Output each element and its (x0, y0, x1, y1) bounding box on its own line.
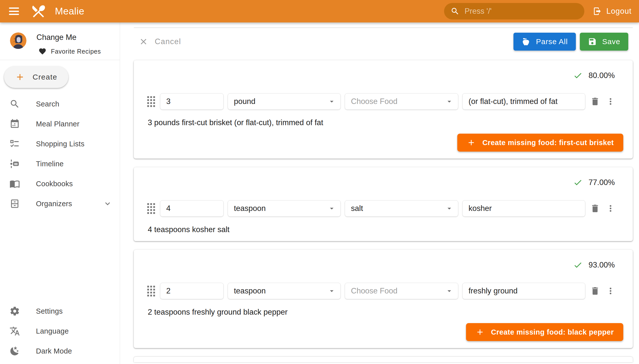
note-input[interactable]: freshly ground (462, 283, 585, 299)
sidebar-item-label: Cookbooks (36, 180, 73, 188)
note-input[interactable]: (or flat-cut), trimmed of fat (462, 93, 585, 110)
sidebar-item-label: Search (36, 100, 59, 108)
create-missing-food-row: Create missing food: first-cut brisket (134, 134, 623, 152)
ingredient-fields-row: 4 teaspoon salt kosher (134, 200, 633, 217)
chevron-down-icon (103, 199, 112, 208)
sidebar-item-label: Meal Planner (36, 120, 79, 128)
editor-toolbar: Cancel Parse All Save (134, 32, 633, 51)
ingredient-fields-row: 3 pound Choose Food (or flat-cut), trimm… (134, 93, 633, 110)
food-select[interactable]: Choose Food (345, 283, 458, 299)
trash-icon (590, 286, 600, 296)
check-icon (573, 260, 583, 270)
quantity-input[interactable]: 4 (160, 200, 224, 217)
gear-icon (10, 306, 20, 316)
sidebar-item-shopping-lists[interactable]: Shopping Lists (0, 134, 120, 154)
drag-handle[interactable] (147, 286, 155, 296)
create-missing-food-button[interactable]: Create missing food: first-cut brisket (457, 134, 623, 152)
translate-icon (10, 326, 20, 336)
sidebar-item-label: Timeline (36, 160, 64, 168)
avatar (10, 32, 27, 49)
parse-all-button[interactable]: Parse All (513, 33, 576, 50)
moon-icon (10, 346, 20, 356)
save-button[interactable]: Save (580, 33, 628, 50)
delete-ingredient-button[interactable] (589, 203, 601, 214)
quantity-input[interactable]: 3 (160, 93, 224, 110)
sidebar-item-meal-planner[interactable]: Meal Planner (0, 114, 120, 134)
create-missing-food-label: Create missing food: black pepper (491, 328, 614, 336)
confidence-row: 77.00% (134, 167, 633, 187)
plus-icon (476, 328, 485, 336)
dropdown-arrow-icon (445, 204, 454, 213)
kebab-menu-icon (605, 204, 615, 214)
cancel-button[interactable]: Cancel (139, 37, 181, 46)
sidebar-divider (0, 60, 120, 60)
sidebar-item-language[interactable]: Language (0, 321, 120, 341)
sidebar-item-label: Language (36, 327, 69, 335)
sidebar-item-label: Shopping Lists (36, 140, 84, 148)
plus-icon (15, 72, 25, 82)
dropdown-arrow-icon (327, 97, 336, 106)
sidebar-bottom-nav: Settings Language Dark Mode (0, 301, 120, 364)
sidebar-nav: Search Meal Planner Shopping Lists Timel… (0, 94, 120, 214)
book-icon (10, 178, 20, 189)
favorite-recipes-link[interactable]: Favorite Recipes (39, 47, 101, 55)
create-button[interactable]: Create (4, 66, 68, 88)
heart-icon (39, 47, 46, 55)
sidebar-item-dark-mode[interactable]: Dark Mode (0, 341, 120, 361)
food-select-value: Choose Food (351, 97, 397, 106)
confidence-value: 77.00% (589, 178, 615, 187)
create-missing-food-row: Create missing food: black pepper (134, 323, 623, 341)
silverware-logo (31, 3, 46, 19)
floppy-save-icon (588, 37, 597, 46)
plus-icon (467, 138, 476, 147)
trash-icon (590, 204, 600, 214)
note-input[interactable]: kosher (462, 200, 585, 217)
food-select[interactable]: Choose Food (345, 93, 458, 110)
unit-select[interactable]: teaspoon (228, 200, 341, 217)
quantity-input[interactable]: 2 (160, 283, 224, 299)
sidebar: Change Me Favorite Recipes Create Search… (0, 22, 120, 364)
dropdown-arrow-icon (445, 287, 454, 295)
favorite-recipes-label: Favorite Recipes (51, 48, 101, 55)
ingredient-list: 80.00% 3 pound Choose Food (or flat-cut)… (134, 60, 633, 348)
original-ingredient-text: 3 pounds first-cut brisket (or flat-cut)… (148, 118, 619, 127)
kebab-menu-button[interactable] (605, 203, 616, 214)
sidebar-item-settings[interactable]: Settings (0, 301, 120, 321)
search-icon (451, 7, 460, 16)
cabinet-icon (10, 198, 20, 209)
unit-select[interactable]: pound (228, 93, 341, 110)
food-select[interactable]: salt (345, 200, 458, 217)
dropdown-arrow-icon (327, 287, 336, 295)
calendar-icon (10, 119, 20, 129)
search-input[interactable]: Press '/' (444, 3, 584, 20)
sidebar-item-search[interactable]: Search (0, 94, 120, 114)
delete-ingredient-button[interactable] (589, 285, 601, 297)
ingredient-card: 77.00% 4 teaspoon salt kosher 4 teaspo (134, 167, 633, 241)
sidebar-item-timeline[interactable]: Timeline (0, 154, 120, 174)
food-select-value: salt (351, 204, 363, 213)
app-header: Mealie Press '/' Logout (0, 0, 639, 22)
content-top-divider (134, 28, 633, 28)
logout-button[interactable]: Logout (593, 7, 631, 16)
kebab-menu-icon (605, 286, 615, 296)
create-missing-food-button[interactable]: Create missing food: black pepper (466, 323, 623, 341)
kebab-menu-button[interactable] (605, 96, 616, 107)
confidence-value: 80.00% (589, 71, 615, 80)
sidebar-item-organizers[interactable]: Organizers (0, 194, 120, 214)
trash-icon (590, 96, 600, 106)
hamburger-menu-icon[interactable] (9, 8, 19, 15)
sidebar-item-cookbooks[interactable]: Cookbooks (0, 174, 120, 194)
parse-all-label: Parse All (536, 38, 568, 46)
ingredient-card-partial (134, 357, 633, 362)
unit-select[interactable]: teaspoon (228, 283, 341, 299)
check-icon (573, 71, 583, 80)
delete-ingredient-button[interactable] (589, 96, 601, 107)
food-select-value: Choose Food (351, 286, 397, 296)
kebab-menu-button[interactable] (605, 285, 616, 297)
sidebar-item-label: Dark Mode (36, 347, 72, 355)
drag-handle[interactable] (147, 96, 155, 107)
drag-handle[interactable] (147, 203, 155, 214)
save-label: Save (602, 38, 620, 46)
checklist-icon (10, 138, 20, 149)
user-section[interactable]: Change Me Favorite Recipes (0, 22, 120, 60)
